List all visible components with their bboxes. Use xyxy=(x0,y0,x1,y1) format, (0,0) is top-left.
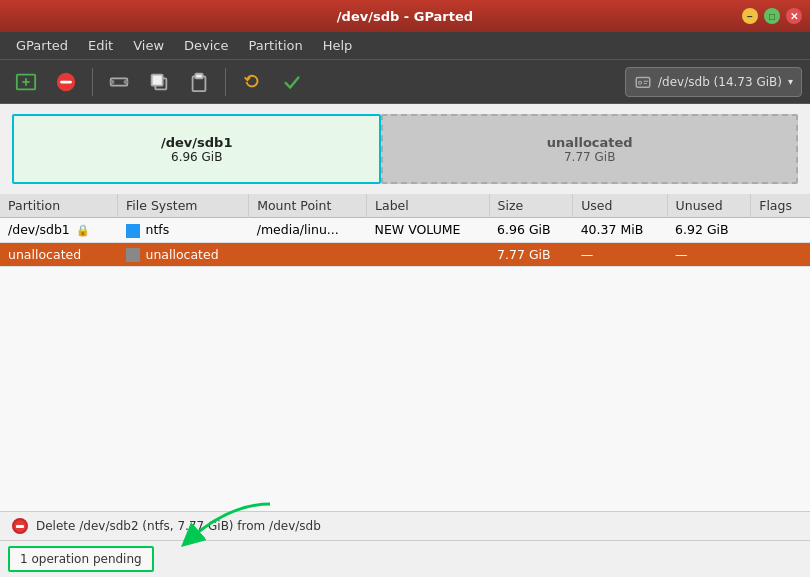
table-row[interactable]: unallocated unallocated 7.77 GiB — — xyxy=(0,242,810,267)
table-header: Partition File System Mount Point Label … xyxy=(0,194,810,218)
col-flags[interactable]: Flags xyxy=(751,194,810,218)
ops-pending-badge: 1 operation pending xyxy=(8,546,154,572)
toolbar: /dev/sdb (14.73 GiB) ▾ xyxy=(0,60,810,104)
undo-icon xyxy=(241,71,263,93)
resize-button[interactable] xyxy=(101,65,137,99)
apply-button[interactable] xyxy=(274,65,310,99)
chevron-down-icon: ▾ xyxy=(788,76,793,87)
new-partition-button[interactable] xyxy=(8,65,44,99)
filesystem-label: unallocated xyxy=(145,247,218,262)
delete-button[interactable] xyxy=(48,65,84,99)
menu-bar: GPartedEditViewDevicePartitionHelp xyxy=(0,32,810,60)
maximize-button[interactable]: □ xyxy=(764,8,780,24)
size-cell: 6.96 GiB xyxy=(489,218,573,243)
partition-cell: unallocated xyxy=(0,242,118,267)
table-body: /dev/sdb1 🔒 ntfs /media/linu... NEW VOLU… xyxy=(0,218,810,267)
paste-icon xyxy=(188,71,210,93)
unallocated-visual-size: 7.77 GiB xyxy=(564,150,615,164)
col-mountpoint[interactable]: Mount Point xyxy=(249,194,367,218)
pending-operation: Delete /dev/sdb2 (ntfs, 7.77 GiB) from /… xyxy=(0,512,810,541)
mountpoint-cell xyxy=(249,242,367,267)
label-cell: NEW VOLUME xyxy=(367,218,490,243)
filesystem-icon xyxy=(126,248,140,262)
bottom-area: Delete /dev/sdb2 (ntfs, 7.77 GiB) from /… xyxy=(0,511,810,577)
filesystem-label: ntfs xyxy=(145,222,169,237)
size-cell: 7.77 GiB xyxy=(489,242,573,267)
sdb1-visual-label: /dev/sdb1 xyxy=(161,135,233,150)
copy-icon xyxy=(148,71,170,93)
ops-count-text: 1 operation pending xyxy=(20,552,142,566)
new-partition-icon xyxy=(15,71,37,93)
partition-name: unallocated xyxy=(8,247,81,262)
separator-2 xyxy=(225,68,226,96)
menu-item-view[interactable]: View xyxy=(125,35,172,56)
undo-button[interactable] xyxy=(234,65,270,99)
mountpoint-cell: /media/linu... xyxy=(249,218,367,243)
minimize-button[interactable]: − xyxy=(742,8,758,24)
svg-point-11 xyxy=(639,81,642,84)
pending-op-text: Delete /dev/sdb2 (ntfs, 7.77 GiB) from /… xyxy=(36,519,321,533)
col-partition[interactable]: Partition xyxy=(0,194,118,218)
filesystem-cell: ntfs xyxy=(118,218,249,243)
partition-cell: /dev/sdb1 🔒 xyxy=(0,218,118,243)
used-cell: 40.37 MiB xyxy=(573,218,667,243)
partition-name: /dev/sdb1 xyxy=(8,222,70,237)
disk-icon xyxy=(634,73,652,91)
copy-button[interactable] xyxy=(141,65,177,99)
filesystem-icon xyxy=(126,224,140,238)
delete-icon xyxy=(55,71,77,93)
status-bar: 1 operation pending xyxy=(0,541,810,577)
unallocated-visual-block[interactable]: unallocated 7.77 GiB xyxy=(381,114,798,184)
device-selector[interactable]: /dev/sdb (14.73 GiB) ▾ xyxy=(625,67,802,97)
flags-cell xyxy=(751,218,810,243)
menu-item-edit[interactable]: Edit xyxy=(80,35,121,56)
partitions-grid: Partition File System Mount Point Label … xyxy=(0,194,810,267)
col-unused[interactable]: Unused xyxy=(667,194,751,218)
header-row: Partition File System Mount Point Label … xyxy=(0,194,810,218)
separator-1 xyxy=(92,68,93,96)
menu-item-partition[interactable]: Partition xyxy=(241,35,311,56)
sdb1-visual-size: 6.96 GiB xyxy=(171,150,222,164)
col-label[interactable]: Label xyxy=(367,194,490,218)
window-controls: − □ ✕ xyxy=(742,8,802,24)
col-used[interactable]: Used xyxy=(573,194,667,218)
no-entry-icon xyxy=(12,518,28,534)
svg-rect-7 xyxy=(152,74,163,85)
label-cell xyxy=(367,242,490,267)
unallocated-visual-label: unallocated xyxy=(547,135,633,150)
no-entry-bar xyxy=(16,525,24,528)
svg-rect-9 xyxy=(195,73,202,78)
paste-button[interactable] xyxy=(181,65,217,99)
col-size[interactable]: Size xyxy=(489,194,573,218)
main-content: /dev/sdb1 6.96 GiB unallocated 7.77 GiB … xyxy=(0,104,810,511)
filesystem-cell: unallocated xyxy=(118,242,249,267)
col-filesystem[interactable]: File System xyxy=(118,194,249,218)
unused-cell: 6.92 GiB xyxy=(667,218,751,243)
resize-icon xyxy=(108,71,130,93)
device-selector-label: /dev/sdb (14.73 GiB) xyxy=(658,75,782,89)
unused-cell: — xyxy=(667,242,751,267)
window-title: /dev/sdb - GParted xyxy=(68,9,742,24)
table-row[interactable]: /dev/sdb1 🔒 ntfs /media/linu... NEW VOLU… xyxy=(0,218,810,243)
sdb1-visual-block[interactable]: /dev/sdb1 6.96 GiB xyxy=(12,114,381,184)
close-button[interactable]: ✕ xyxy=(786,8,802,24)
partition-table: Partition File System Mount Point Label … xyxy=(0,194,810,511)
menu-item-gparted[interactable]: GParted xyxy=(8,35,76,56)
disk-visual: /dev/sdb1 6.96 GiB unallocated 7.77 GiB xyxy=(0,104,810,194)
flags-cell xyxy=(751,242,810,267)
used-cell: — xyxy=(573,242,667,267)
lock-icon: 🔒 xyxy=(76,224,90,237)
menu-item-device[interactable]: Device xyxy=(176,35,236,56)
title-bar: /dev/sdb - GParted − □ ✕ xyxy=(0,0,810,32)
apply-icon xyxy=(281,71,303,93)
menu-item-help[interactable]: Help xyxy=(315,35,361,56)
